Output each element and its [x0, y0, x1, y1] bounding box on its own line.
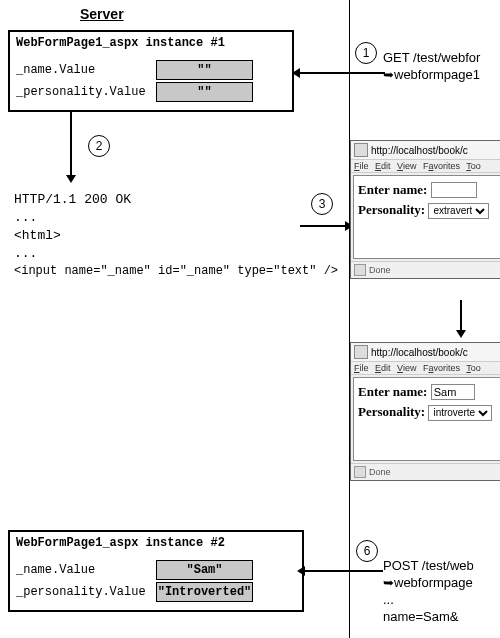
vertical-divider: [349, 0, 350, 638]
menu-favorites[interactable]: Favorites: [423, 363, 460, 373]
step6-line3: ...: [383, 592, 394, 609]
arrow-step1: [300, 72, 385, 74]
resp-line1: HTTP/1.1 200 OK: [14, 192, 131, 207]
browser1-menu-bar: File Edit View Favorites Too: [351, 160, 500, 173]
resp-line5: <input name="_name" id="_name" type="tex…: [14, 264, 338, 278]
step-circle-6: 6: [356, 540, 378, 562]
browser1-name-input[interactable]: [431, 182, 477, 198]
step6-line2: ➥webformpage: [383, 575, 473, 592]
instance1-title: WebFormPage1_aspx instance #1: [16, 36, 286, 50]
browser-window-2: http://localhost/book/c File Edit View F…: [350, 342, 500, 481]
browser1-personality-select[interactable]: extravert: [428, 203, 489, 219]
resp-line4: ...: [14, 246, 37, 261]
browser2-content: Enter name: Personality: introverte: [353, 377, 500, 461]
browser1-name-label: Enter name:: [358, 182, 427, 197]
browser1-personality-label: Personality:: [358, 202, 425, 217]
browser2-name-label: Enter name:: [358, 384, 427, 399]
instance2-personality-label: _personality.Value: [16, 585, 156, 599]
step-circle-1: 1: [355, 42, 377, 64]
instance2-name-value: "Sam": [156, 560, 253, 580]
browser2-address-bar: http://localhost/book/c: [351, 343, 500, 362]
instance1-name-value: "": [156, 60, 253, 80]
instance-box-1: WebFormPage1_aspx instance #1 _name.Valu…: [8, 30, 294, 112]
arrow-step2: [70, 110, 72, 175]
status-icon: [354, 466, 366, 478]
menu-tools[interactable]: Too: [466, 363, 481, 373]
menu-file[interactable]: File: [354, 161, 369, 171]
instance1-personality-label: _personality.Value: [16, 85, 156, 99]
menu-view[interactable]: View: [397, 161, 416, 171]
browser-window-1: http://localhost/book/c File Edit View F…: [350, 140, 500, 279]
step6-line1: POST /test/web: [383, 558, 474, 575]
arrow-between-browsers: [460, 300, 462, 330]
menu-file[interactable]: File: [354, 363, 369, 373]
browser2-url: http://localhost/book/c: [371, 347, 468, 358]
arrow-step6: [305, 570, 383, 572]
browser2-personality-label: Personality:: [358, 404, 425, 419]
browser1-content: Enter name: Personality: extravert: [353, 175, 500, 259]
step-circle-3: 3: [311, 193, 333, 215]
instance2-title: WebFormPage1_aspx instance #2: [16, 536, 296, 550]
browser2-personality-select[interactable]: introverte: [428, 405, 492, 421]
browser1-status-text: Done: [369, 265, 391, 275]
browser1-status-bar: Done: [351, 261, 500, 278]
menu-edit[interactable]: Edit: [375, 161, 391, 171]
instance2-personality-value: "Introverted": [156, 582, 253, 602]
menu-edit[interactable]: Edit: [375, 363, 391, 373]
browser2-name-input[interactable]: [431, 384, 475, 400]
menu-tools[interactable]: Too: [466, 161, 481, 171]
step1-line1: GET /test/webfor: [383, 50, 480, 67]
status-icon: [354, 264, 366, 276]
instance1-personality-value: "": [156, 82, 253, 102]
instance1-name-label: _name.Value: [16, 63, 156, 77]
browser2-status-bar: Done: [351, 463, 500, 480]
step-circle-2: 2: [88, 135, 110, 157]
instance-box-2: WebFormPage1_aspx instance #2 _name.Valu…: [8, 530, 304, 612]
browser1-address-bar: http://localhost/book/c: [351, 141, 500, 160]
server-heading: Server: [80, 6, 124, 22]
instance2-name-label: _name.Value: [16, 563, 156, 577]
resp-line2: ...: [14, 210, 37, 225]
arrow-step3: [300, 225, 345, 227]
menu-view[interactable]: View: [397, 363, 416, 373]
resp-line3: <html>: [14, 228, 61, 243]
menu-favorites[interactable]: Favorites: [423, 161, 460, 171]
page-icon: [354, 143, 368, 157]
browser2-status-text: Done: [369, 467, 391, 477]
browser2-menu-bar: File Edit View Favorites Too: [351, 362, 500, 375]
page-icon: [354, 345, 368, 359]
step1-line2: ➥webformpage1: [383, 67, 480, 84]
step6-line4: name=Sam&: [383, 609, 459, 626]
browser1-url: http://localhost/book/c: [371, 145, 468, 156]
